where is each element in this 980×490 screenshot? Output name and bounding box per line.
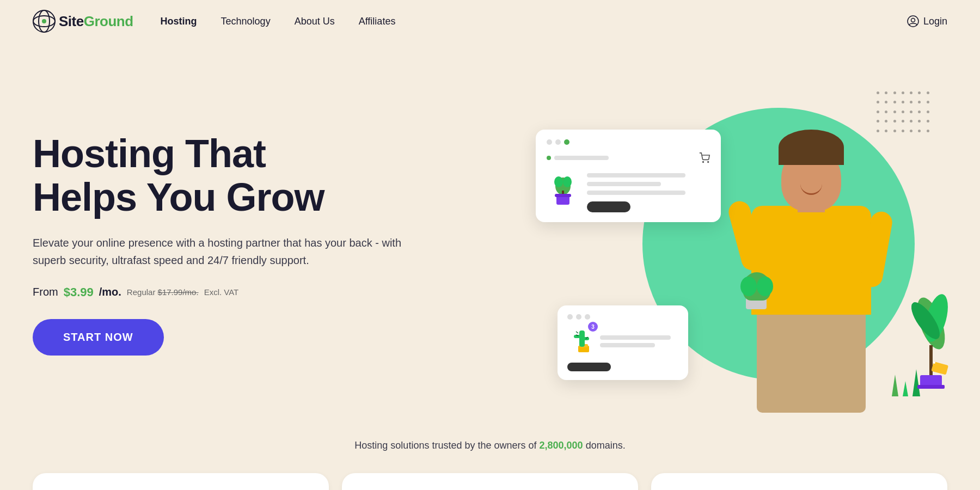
- browser-mockup-top: [536, 130, 721, 222]
- browser-dot-b1: [567, 314, 573, 320]
- bottom-card-2: [342, 473, 638, 490]
- trust-text-after: domains.: [586, 440, 626, 451]
- hero-content: Hosting That Helps You Grow Elevate your…: [33, 132, 536, 355]
- trust-number: 2,800,000: [540, 440, 583, 451]
- pricing-regular: Regular $17.99/mo.: [127, 287, 199, 297]
- siteground-logo-icon: [33, 10, 56, 33]
- hero-section: Hosting That Helps You Grow Elevate your…: [0, 42, 980, 424]
- nav-technology[interactable]: Technology: [221, 16, 271, 27]
- pricing-vat: Excl. VAT: [204, 287, 239, 297]
- hero-visual: 3: [536, 75, 947, 413]
- trust-line: Hosting solutions trusted by the owners …: [0, 424, 980, 468]
- bottom-cards: [0, 468, 980, 490]
- navbar: SiteGround Hosting Technology About Us A…: [0, 0, 980, 42]
- svg-point-5: [911, 19, 915, 22]
- svg-rect-26: [920, 375, 942, 386]
- nav-affiliates[interactable]: Affiliates: [359, 16, 396, 27]
- nav-about-us[interactable]: About Us: [295, 16, 335, 27]
- svg-line-19: [576, 332, 578, 333]
- login-label: Login: [923, 16, 947, 27]
- login-icon: [907, 15, 919, 27]
- svg-rect-13: [555, 194, 571, 197]
- login-link[interactable]: Login: [907, 15, 947, 27]
- browser-btn-mock: [587, 201, 630, 212]
- browser-line-3: [587, 191, 685, 195]
- svg-point-29: [933, 362, 935, 364]
- badge-count: 3: [588, 322, 598, 332]
- nav-links: Hosting Technology About Us Affiliates: [161, 16, 396, 27]
- start-now-button[interactable]: START NOW: [33, 319, 164, 356]
- svg-point-6: [703, 162, 704, 163]
- cart-icon: [699, 152, 710, 163]
- hero-title: Hosting That Helps You Grow: [33, 132, 514, 218]
- hero-person: [713, 97, 909, 413]
- trust-text-before: Hosting solutions trusted by the owners …: [354, 440, 536, 451]
- svg-point-11: [563, 176, 572, 187]
- browser-dot-green: [564, 139, 569, 145]
- cactus-wrapper: 3: [567, 325, 595, 357]
- browser-dots-2: [567, 314, 678, 320]
- browser-dot-b2: [576, 314, 581, 320]
- plant-pot-icon: [547, 170, 579, 208]
- bottom-card-3: [651, 473, 947, 490]
- browser-content: [547, 170, 710, 212]
- svg-point-10: [554, 176, 563, 187]
- svg-rect-27: [917, 385, 945, 389]
- logo-text: SiteGround: [59, 13, 133, 30]
- browser-lines: [587, 170, 710, 212]
- svg-point-3: [42, 19, 46, 23]
- nav-hosting[interactable]: Hosting: [161, 16, 197, 27]
- hero-description: Elevate your online presence with a host…: [33, 234, 403, 269]
- browser-line-2: [587, 182, 661, 186]
- bottom-card-1: [33, 473, 329, 490]
- cactus-area: 3: [567, 325, 678, 357]
- pricing-price: $3.99: [64, 285, 94, 299]
- large-plant-icon: [904, 280, 958, 389]
- browser-line-1: [587, 173, 685, 177]
- browser-mockup-bottom: 3: [558, 305, 688, 380]
- browser-dot-2: [555, 139, 561, 145]
- browser-dot-b3: [585, 314, 590, 320]
- pricing-from: From: [33, 286, 58, 298]
- browser-dot-1: [547, 139, 552, 145]
- browser-dots: [547, 139, 710, 145]
- logo-link[interactable]: SiteGround: [33, 10, 133, 33]
- person-body: [751, 97, 871, 413]
- deco-plants-right: [904, 280, 958, 391]
- nav-right: Login: [907, 15, 947, 27]
- svg-point-7: [708, 162, 709, 163]
- pricing-mo: /mo.: [99, 286, 121, 298]
- pricing-line: From $3.99 /mo. Regular $17.99/mo. Excl.…: [33, 285, 514, 299]
